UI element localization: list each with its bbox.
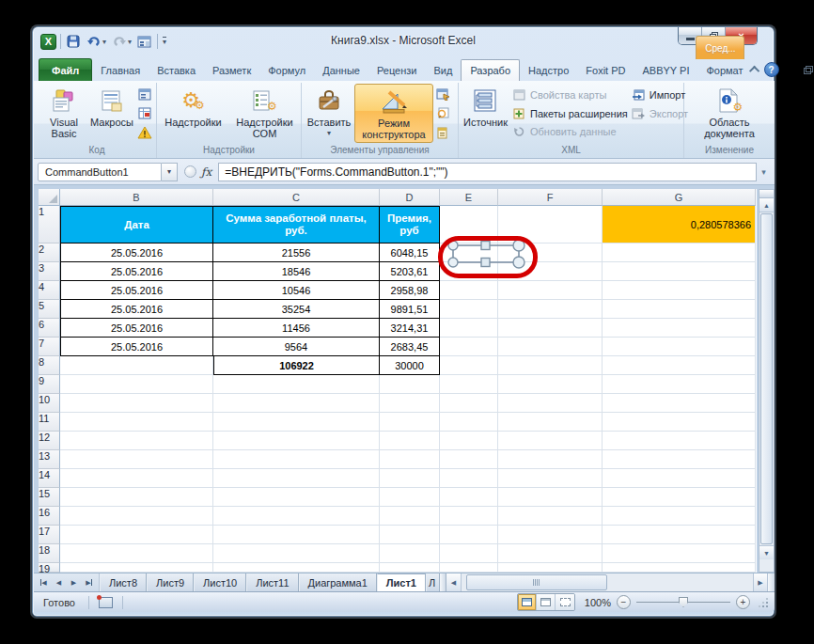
grid-cell[interactable] (603, 469, 756, 488)
properties-icon[interactable] (434, 86, 451, 102)
grid-cell[interactable] (213, 563, 380, 573)
grid-cell[interactable] (380, 394, 440, 413)
cell-c8[interactable]: 106922 (213, 356, 380, 375)
cell-d8[interactable]: 30000 (380, 356, 440, 375)
cell-b6[interactable]: 25.05.2016 (60, 319, 213, 338)
tab-format[interactable]: Формат Сред... (697, 59, 751, 81)
grid-cell[interactable] (60, 375, 213, 394)
grid-cell[interactable] (603, 356, 756, 375)
grid-cell[interactable] (498, 488, 603, 507)
row-header-14[interactable]: 14 (39, 469, 60, 488)
grid-cell[interactable] (603, 300, 756, 319)
grid-cell[interactable] (380, 469, 440, 488)
sheet-tab-overflow[interactable]: Л (426, 573, 440, 591)
grid-cell[interactable] (213, 544, 380, 563)
grid-cell[interactable] (380, 544, 440, 563)
cell-c6[interactable]: 11456 (213, 319, 380, 338)
cell-b1-date-header[interactable]: Дата (60, 206, 213, 243)
grid-cell[interactable] (498, 394, 603, 413)
grid-cell[interactable] (603, 281, 756, 300)
page-layout-view-button[interactable] (537, 594, 556, 610)
grid-cell[interactable] (440, 432, 498, 450)
cell-b7[interactable]: 25.05.2016 (60, 338, 213, 356)
cell-d3[interactable]: 5203,61 (380, 262, 440, 281)
refresh-data-button[interactable]: Обновить данные (512, 123, 628, 140)
row-header-11[interactable]: 11 (39, 413, 60, 432)
row-header-10[interactable]: 10 (39, 394, 60, 413)
cell-d6[interactable]: 3214,31 (380, 319, 440, 338)
sheet-tab-list8[interactable]: Лист8 (100, 573, 147, 591)
tab-data[interactable]: Данные (314, 59, 368, 81)
record-macro-icon[interactable] (136, 86, 153, 102)
grid-cell[interactable] (60, 526, 213, 544)
grid-cell[interactable] (440, 281, 498, 300)
grid-cell[interactable] (603, 375, 756, 394)
grid-cell[interactable] (380, 432, 440, 450)
sheet-tab-list9[interactable]: Лист9 (147, 573, 194, 591)
tab-page-layout[interactable]: Разметк (204, 59, 259, 81)
import-button[interactable]: Импорт (632, 86, 688, 103)
grid-cell[interactable] (440, 319, 498, 338)
grid-cell[interactable] (440, 469, 498, 488)
formula-input[interactable]: =ВНЕДРИТЬ("Forms.CommandButton.1";"") (218, 163, 757, 181)
grid-cell[interactable] (380, 450, 440, 469)
document-panel-button[interactable]: ⚙ Область документа (693, 84, 766, 143)
vertical-split-handle[interactable] (759, 190, 774, 198)
cell-b3[interactable]: 25.05.2016 (60, 262, 213, 281)
grid-cell[interactable] (440, 375, 498, 394)
insert-function-icon[interactable]: ƒx (201, 165, 211, 179)
tab-abbyy[interactable]: ABBYY PI (634, 59, 698, 81)
cell-c7[interactable]: 9564 (213, 338, 380, 356)
formula-collapse-icon[interactable] (184, 165, 196, 178)
prev-sheet-icon[interactable]: ◀ (52, 575, 66, 589)
grid-cell[interactable] (498, 507, 603, 526)
run-dialog-icon[interactable] (434, 125, 451, 140)
row-header-13[interactable]: 13 (39, 450, 60, 469)
grid-cell[interactable] (603, 488, 756, 507)
grid-cell[interactable] (213, 432, 380, 450)
workbook-restore-icon[interactable] (804, 66, 813, 74)
grid-cell[interactable] (380, 507, 440, 526)
grid-cell[interactable] (380, 526, 440, 544)
grid-cell[interactable] (440, 544, 498, 563)
cell-c4[interactable]: 10546 (213, 281, 380, 300)
cell-d1-bonus-header[interactable]: Премия, руб (380, 206, 440, 243)
column-header-f[interactable]: F (498, 189, 603, 206)
cell-c2[interactable]: 21556 (213, 243, 380, 262)
cell-b2[interactable]: 25.05.2016 (60, 243, 213, 262)
grid-cell[interactable] (603, 319, 756, 338)
hscroll-right-icon[interactable]: ▶ (753, 573, 768, 591)
hscroll-left-icon[interactable]: ◀ (446, 573, 462, 591)
zoom-level-label[interactable]: 100% (581, 597, 611, 608)
row-header-7[interactable]: 7 (39, 338, 60, 356)
zoom-out-button[interactable]: − (617, 595, 631, 609)
com-addins-button[interactable]: ⚙ Надстройки COM (231, 84, 299, 143)
grid-cell[interactable] (213, 507, 380, 526)
grid-cell[interactable] (60, 394, 213, 413)
last-sheet-icon[interactable]: ▶ (82, 575, 96, 589)
row-header-16[interactable]: 16 (39, 507, 60, 526)
grid-cell[interactable] (498, 544, 603, 563)
grid-cell[interactable] (440, 563, 498, 573)
cell-d7[interactable]: 2683,45 (380, 338, 440, 356)
zoom-slider-handle[interactable] (679, 597, 688, 607)
grid-cell[interactable] (498, 450, 603, 469)
cell-c3[interactable]: 18546 (213, 262, 380, 281)
macros-button[interactable]: Макросы (88, 84, 135, 143)
grid-cell[interactable] (380, 563, 440, 573)
grid-cell[interactable] (498, 432, 603, 450)
grid-cell[interactable] (60, 450, 213, 469)
column-header-e[interactable]: E (440, 189, 498, 206)
sheet-tab-list1-active[interactable]: Лист1 (377, 573, 426, 591)
grid-cell[interactable] (60, 563, 213, 573)
row-header-2[interactable]: 2 (39, 243, 60, 262)
row-header-15[interactable]: 15 (39, 488, 60, 507)
tab-review[interactable]: Рецензи (368, 59, 426, 81)
row-header-3[interactable]: 3 (39, 262, 60, 281)
grid-cell[interactable] (603, 544, 756, 563)
grid-cell[interactable] (498, 375, 603, 394)
excel-logo-icon[interactable]: X (40, 34, 56, 50)
sheet-tab-diagramma1[interactable]: Диаграмма1 (299, 573, 377, 591)
row-header-6[interactable]: 6 (39, 319, 60, 338)
row-header-4[interactable]: 4 (39, 281, 60, 300)
